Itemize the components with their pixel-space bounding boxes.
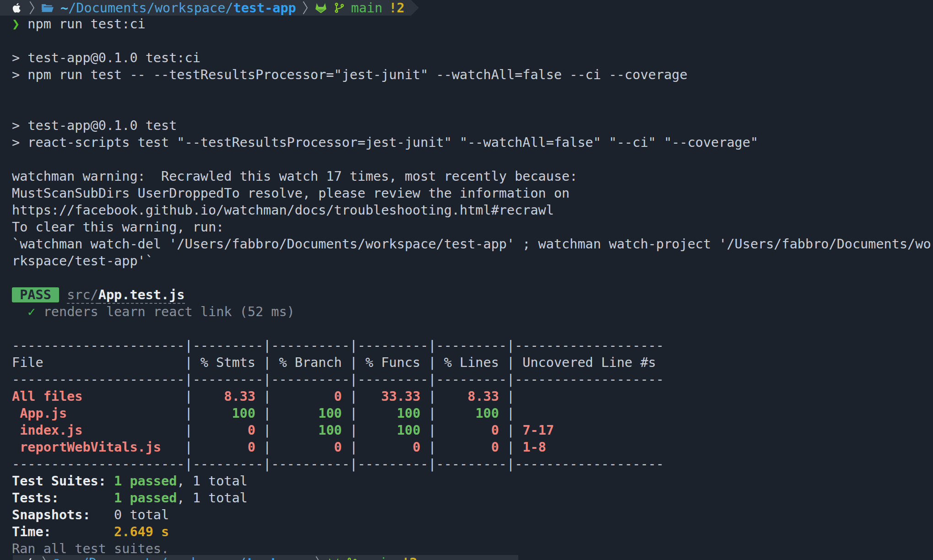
test-case-result: ✓ renders learn react link (52 ms) [12, 303, 933, 320]
path-rest: /Documents/workspace/ [68, 0, 233, 16]
terminal-line [12, 269, 933, 286]
gitlab-icon [327, 557, 340, 560]
chevron-separator-icon [42, 556, 48, 560]
summary-snapshots: Snapshots: 0 total [12, 506, 933, 523]
terminal-line: To clear this warning, run: [12, 219, 933, 236]
summary-test-suites: Test Suites: 1 passed, 1 total [12, 473, 933, 490]
terminal-line [12, 83, 933, 100]
terminal-line: > test-app@0.1.0 test [12, 117, 933, 134]
prompt-bar: ~/Documents/workspace/test-app main !2 [13, 555, 518, 560]
summary-tests: Tests: 1 passed, 1 total [12, 490, 933, 506]
next-prompt-bar-partial: ~/Documents/workspace/test-app main !2 [13, 555, 518, 560]
coverage-table-border: ----------------------|---------|-------… [12, 337, 933, 354]
summary-time: Time: 2.649 s [12, 523, 933, 540]
current-path: ~/Documents/workspace/test-app [60, 0, 296, 16]
terminal-output: ❯ npm run test:ci > test-app@0.1.0 test:… [0, 16, 933, 557]
path-project: test-app [233, 0, 296, 16]
coverage-table-border: ----------------------|---------|-------… [12, 456, 933, 473]
coverage-row-reportwebvitals-js: reportWebVitals.js | 0 | 0 | 0 | 0 | 1-8 [12, 439, 933, 456]
command-line: ❯ npm run test:ci [12, 16, 933, 32]
terminal-line: MustScanSubDirs UserDroppedTo resolve, p… [12, 185, 933, 202]
test-file-result: PASS src/App.test.js [12, 286, 933, 303]
terminal-window: ~/Documents/workspace/test-app main !2 ❯… [0, 0, 933, 560]
git-status-count: !2 [389, 0, 404, 16]
folder-icon [54, 557, 67, 560]
watchman-warning: watchman warning: Recrawled this watch 1… [12, 168, 933, 185]
git-branch-icon [334, 1, 345, 14]
folder-icon [41, 2, 54, 13]
terminal-line: `watchman watch-del '/Users/fabbro/Docum… [12, 236, 933, 253]
terminal-line: rkspace/test-app'` [12, 253, 933, 269]
terminal-line [12, 151, 933, 168]
terminal-line: > react-scripts test "--testResultsProce… [12, 134, 933, 151]
chevron-separator-icon [303, 1, 308, 15]
coverage-table-header: File | % Stmts | % Branch | % Funcs | % … [12, 354, 933, 371]
terminal-line [12, 32, 933, 49]
chevron-separator-icon [315, 556, 321, 560]
gitlab-icon [315, 2, 327, 14]
apple-icon [24, 556, 36, 560]
coverage-table-border: ----------------------|---------|-------… [12, 371, 933, 388]
coverage-row-app-js: App.js | 100 | 100 | 100 | 100 | [12, 405, 933, 422]
coverage-row-all-files: All files | 8.33 | 0 | 33.33 | 8.33 | [12, 388, 933, 405]
watchman-docs-url[interactable]: https://facebook.github.io/watchman/docs… [12, 202, 933, 219]
git-branch-name: main [351, 0, 383, 16]
terminal-line [12, 320, 933, 337]
apple-icon [11, 1, 23, 15]
terminal-line [12, 100, 933, 117]
chevron-separator-icon [29, 1, 35, 15]
git-branch-icon [347, 556, 358, 560]
prompt-bar: ~/Documents/workspace/test-app main !2 [0, 0, 411, 16]
coverage-row-index-js: index.js | 0 | 100 | 100 | 0 | 7-17 [12, 422, 933, 439]
powerline-arrow [411, 0, 419, 16]
terminal-line: > npm run test -- --testResultsProcessor… [12, 66, 933, 83]
terminal-line: > test-app@0.1.0 test:ci [12, 49, 933, 66]
path-tilde: ~ [60, 0, 68, 16]
